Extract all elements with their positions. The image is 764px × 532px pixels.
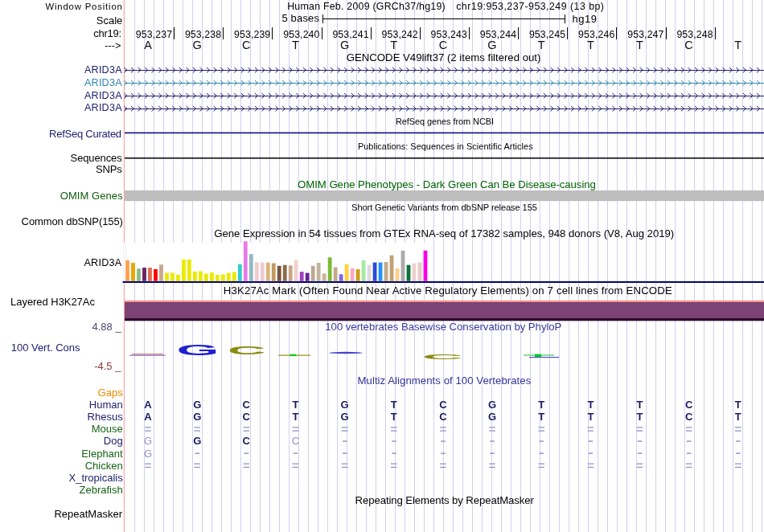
svg-text:RefSeq genes from NCBI: RefSeq genes from NCBI [396,117,494,126]
svg-text:T: T [587,39,594,51]
svg-text:953,241: 953,241 [332,29,368,40]
svg-text:G: G [193,399,201,411]
svg-text:953,239: 953,239 [234,29,270,40]
svg-text:C: C [685,399,693,411]
svg-text:T: T [538,399,544,411]
svg-text:Common dbSNP(155): Common dbSNP(155) [22,215,123,227]
svg-text:C: C [685,411,693,423]
svg-text:RepeatMasker: RepeatMasker [54,508,122,520]
svg-text:Publications: Sequences in Sci: Publications: Sequences in Scientific Ar… [358,141,533,151]
svg-text:953,242: 953,242 [382,29,418,40]
svg-text:100 Vert. Cons: 100 Vert. Cons [11,342,80,354]
svg-text:C: C [684,39,692,51]
svg-text:C: C [242,39,250,51]
svg-text:chr19:953,237-953,249 (13 bp): chr19:953,237-953,249 (13 bp) [456,1,604,12]
svg-text:Human Feb. 2009 (GRCh37/hg19): Human Feb. 2009 (GRCh37/hg19) [287,1,446,12]
svg-text:953,244: 953,244 [480,29,516,40]
svg-text:Elephant: Elephant [81,448,123,460]
svg-text:T: T [292,399,298,411]
svg-text:C: C [243,399,251,411]
svg-text:953,247: 953,247 [627,29,663,40]
svg-text:Repeating Elements by RepeatMa: Repeating Elements by RepeatMasker [355,494,535,506]
svg-text:Layered H3K27Ac: Layered H3K27Ac [10,296,95,308]
svg-text:SNPs: SNPs [96,163,122,175]
svg-text:A: A [144,39,152,51]
svg-text:T: T [390,39,397,51]
svg-text:G: G [193,39,202,51]
svg-text:Gene Expression in 54 tissues: Gene Expression in 54 tissues from GTEx … [214,227,674,239]
svg-text:T: T [292,411,298,423]
svg-text:Chicken: Chicken [85,460,123,472]
svg-text:C: C [243,411,251,423]
svg-text:Window Position: Window Position [45,2,122,11]
svg-text:G: G [193,411,201,423]
svg-text:ARID3A: ARID3A [84,102,122,113]
svg-text:T: T [735,399,741,411]
svg-text:953,248: 953,248 [676,29,713,40]
svg-text:G: G [340,39,349,51]
svg-text:ARID3A: ARID3A [84,90,122,101]
svg-text:T: T [538,411,544,423]
svg-text:T: T [734,39,741,51]
svg-text:C: C [439,411,447,423]
svg-text:4.88 _: 4.88 _ [92,321,122,333]
svg-text:Gaps: Gaps [98,387,124,399]
svg-text:chr19:: chr19: [93,27,121,39]
svg-text:Zebrafish: Zebrafish [79,484,122,496]
svg-text:C: C [243,435,251,447]
svg-text:Human: Human [89,399,123,411]
svg-text:-4.5 _: -4.5 _ [94,360,121,372]
svg-text:C: C [292,435,299,447]
svg-text:Rhesus: Rhesus [88,411,124,423]
svg-text:C: C [439,399,447,411]
svg-text:ARID3A: ARID3A [84,257,121,268]
svg-text:Multiz Alignments of 100 Verte: Multiz Alignments of 100 Vertebrates [358,374,532,387]
svg-text:--->: ---> [105,40,121,51]
svg-text:A: A [144,399,152,411]
svg-text:RefSeq Curated: RefSeq Curated [49,128,121,140]
svg-text:Scale: Scale [97,14,123,27]
svg-text:953,240: 953,240 [283,29,319,40]
svg-text:T: T [637,399,643,411]
svg-text:C: C [439,39,447,51]
svg-text:953,238: 953,238 [185,29,221,40]
svg-text:100 vertebrates Basewise Conse: 100 vertebrates Basewise Conservation by… [325,321,561,333]
svg-text:T: T [587,411,594,423]
svg-text:G: G [488,399,496,411]
svg-text:OMIM Gene Phenotypes - Dark Gr: OMIM Gene Phenotypes - Dark Green Can Be… [298,178,596,190]
svg-text:G: G [144,435,152,447]
svg-text:OMIM Genes: OMIM Genes [60,190,123,202]
svg-text:G: G [487,39,496,51]
svg-text:Mouse: Mouse [92,423,123,435]
svg-text:T: T [735,411,741,423]
svg-text:T: T [587,399,594,411]
svg-text:C: C [228,344,266,357]
svg-text:GENCODE V49lift37 (2 items fil: GENCODE V49lift37 (2 items filtered out) [347,51,541,63]
svg-text:ARID3A: ARID3A [84,64,122,76]
svg-text:G: G [341,411,349,423]
svg-text:953,246: 953,246 [578,29,614,40]
svg-text:G: G [177,342,220,359]
svg-text:C: C [422,353,463,361]
svg-text:Dog: Dog [104,435,123,447]
svg-text:G: G [144,448,152,460]
svg-text:T: T [637,411,643,423]
svg-text:T: T [538,39,545,51]
svg-text:G: G [193,435,201,447]
svg-text:953,243: 953,243 [431,29,467,40]
svg-text:H3K27Ac Mark (Often Found Near: H3K27Ac Mark (Often Found Near Active Re… [224,284,672,297]
svg-text:G: G [341,399,349,411]
svg-text:953,245: 953,245 [529,29,565,40]
svg-text:hg19: hg19 [573,13,597,25]
svg-text:T: T [636,39,643,51]
svg-text:953,237: 953,237 [136,29,172,40]
svg-text:A: A [144,411,152,423]
svg-text:Short Genetic Variants from db: Short Genetic Variants from dbSNP releas… [351,203,537,212]
svg-text:T: T [391,411,397,423]
svg-text:G: G [488,411,496,423]
svg-text:Sequences: Sequences [71,152,123,164]
svg-text:X_tropicalis: X_tropicalis [68,472,123,484]
svg-text:T: T [292,39,299,51]
svg-text:ARID3A: ARID3A [84,77,122,88]
svg-text:5 bases: 5 bases [281,12,319,24]
